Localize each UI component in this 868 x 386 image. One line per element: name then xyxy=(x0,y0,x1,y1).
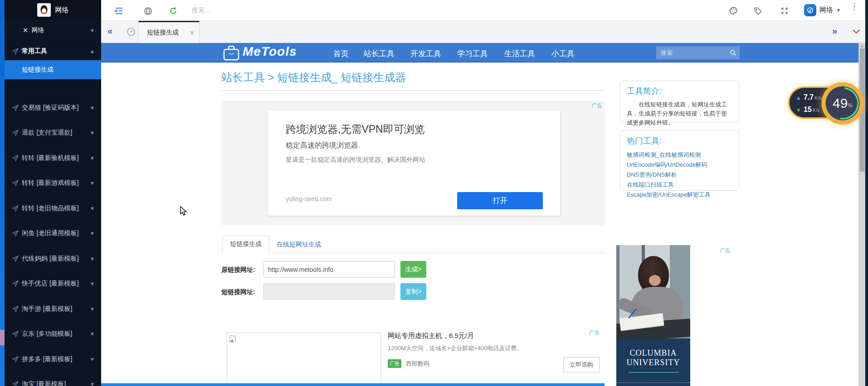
sidebar-item-short-link-active[interactable]: 短链接生成 xyxy=(5,60,101,79)
chevron-down-icon[interactable]: ▼ xyxy=(90,105,95,111)
bottom-ad-image-placeholder[interactable] xyxy=(227,333,381,386)
breadcrumb: 站长工具 > 短链接生成_ 短链接生成器 xyxy=(221,70,406,85)
browser-search-input[interactable]: 搜索... xyxy=(192,6,210,14)
sidebar-item-pinduoduo[interactable]: 拼多多 [最新模板]▼ xyxy=(5,347,101,372)
sidebar-item-jingdong[interactable]: 京东 [多功能模板]▼ xyxy=(5,322,101,347)
qq-item-list: 交易猫 [验证码版本]▼ 退款 [支付宝退款]▼ 转转 [最新验机模板]▼ 转转… xyxy=(5,95,101,386)
chevron-down-icon[interactable]: ▼ xyxy=(90,28,95,33)
source-url-input[interactable] xyxy=(263,261,395,278)
top-ad-container[interactable]: 广告 跨境浏览器,无需VPN即可浏览 稳定高速的跨境浏览器. 星速是一款稳定高速… xyxy=(221,101,605,225)
tool-intro-panel: 工具简介: 在线短链接生成器，短网址生成工具，生成易于分享的短链接，也易于形成更… xyxy=(620,81,739,122)
bottom-ad-title[interactable]: 网站专用虚拟主机，6.5元/月 xyxy=(388,332,474,340)
sidebar-item-zhuanzhuan-laojiu[interactable]: 转转 [老旧物品模板]▼ xyxy=(5,196,101,221)
menu-dots-icon[interactable]: ⋮ xyxy=(850,5,857,9)
sidebar-item-zhuanzhuan-youxi[interactable]: 转转 [最新游戏模板]▼ xyxy=(5,171,101,196)
fullscreen-icon[interactable] xyxy=(780,6,790,16)
sidebar-toggle-icon[interactable] xyxy=(114,6,124,16)
item-label: 拼多多 [最新模板] xyxy=(22,355,73,363)
close-group-icon[interactable]: ✕ xyxy=(23,27,28,34)
browser-profile[interactable]: 网络 ▼ xyxy=(804,4,841,16)
chevron-down-icon[interactable]: ▼ xyxy=(90,281,95,286)
upload-speed-value: 7.7 xyxy=(804,93,814,101)
qq-section-common-tools[interactable]: 常用工具 ▲ xyxy=(5,43,101,60)
sidebar-item-kuaishouyoudian[interactable]: 快手优店 [最新模板]▼ xyxy=(5,271,101,297)
site-search-input[interactable] xyxy=(661,49,724,56)
tabs-scroll-left-icon[interactable]: « xyxy=(107,26,112,36)
chevron-down-icon[interactable]: ▼ xyxy=(90,180,95,186)
paper-plane-icon xyxy=(12,129,19,136)
chevron-down-icon[interactable]: ▼ xyxy=(90,306,95,312)
hot-tools-panel: 热门工具: 敏感词检测_在线敏感词检测 UrlEncode编码/UrlDecod… xyxy=(620,130,739,191)
hot-link-sensitive-words[interactable]: 敏感词检测_在线敏感词检测 xyxy=(627,150,732,160)
paper-plane-icon xyxy=(12,205,19,212)
ad-open-button[interactable]: 打开 xyxy=(457,192,543,209)
hot-link-dns[interactable]: DNS查询/DNS解析 xyxy=(627,170,732,180)
active-item-label: 短链接生成 xyxy=(22,66,54,74)
tool-intro-body: 在线短链接生成器，短网址生成工具，生成易于分享的短链接，也易于形成更多网站外链。 xyxy=(627,100,732,127)
sidebar-item-tuikuan[interactable]: 退款 [支付宝退款]▼ xyxy=(5,121,101,146)
buy-now-button[interactable]: 立即选购 xyxy=(563,357,600,372)
browser-toolbar: 搜索... 网络 ▼ ⋮ xyxy=(101,0,865,21)
copy-button[interactable]: 复制> xyxy=(400,283,426,300)
site-header: MeTools 首页 站长工具 开发工具 学习工具 生活工具 小工具 xyxy=(101,43,858,63)
ad-title: 跨境浏览器,无需VPN即可浏览 xyxy=(286,122,425,136)
sidebar-item-dailianmama[interactable]: 代练妈妈 [最新模板]▼ xyxy=(5,246,101,271)
hot-link-urlencode[interactable]: UrlEncode编码/UrlDecode解码 xyxy=(627,160,732,170)
nav-study-tools[interactable]: 学习工具 xyxy=(457,48,488,59)
tabs-scroll-right-icon[interactable]: » xyxy=(832,26,837,36)
ad-label[interactable]: 广告 xyxy=(591,102,602,110)
ad-label[interactable]: 广告 xyxy=(589,329,600,337)
tag-icon[interactable] xyxy=(753,6,763,16)
metools-logo-icon[interactable] xyxy=(222,45,240,63)
chevron-down-icon[interactable]: ▼ xyxy=(90,331,95,337)
chevron-up-icon[interactable]: ▲ xyxy=(90,48,95,54)
nav-small-tools[interactable]: 小工具 xyxy=(551,48,575,59)
nav-home[interactable]: 首页 xyxy=(333,48,349,59)
columbia-university-ad[interactable]: COLUMBIA UNIVERSITY xyxy=(616,245,690,386)
top-ad-card[interactable]: 跨境浏览器,无需VPN即可浏览 稳定高速的跨境浏览器. 星速是一款稳定高速的跨境… xyxy=(268,110,560,216)
site-search-box[interactable] xyxy=(656,46,740,59)
chevron-down-icon[interactable]: ▼ xyxy=(90,206,95,211)
sidebar-item-zhuanzhuan-yanji[interactable]: 转转 [最新验机模板]▼ xyxy=(5,145,101,171)
arrow-up-icon: ▲ xyxy=(796,95,801,101)
acceleration-gauge-widget[interactable]: 49 % xyxy=(820,81,865,126)
qq-group-row[interactable]: ✕ 网络 ▼ xyxy=(5,22,101,39)
sidebar-item-taoshouyou[interactable]: 淘手游 [最新模板]▼ xyxy=(5,296,101,322)
chevron-down-icon[interactable]: ▼ xyxy=(90,381,95,386)
short-url-output[interactable] xyxy=(263,283,395,300)
qq-avatar xyxy=(37,3,51,17)
generate-button[interactable]: 生成> xyxy=(400,261,426,278)
arrow-down-icon: ▼ xyxy=(796,107,801,113)
sidebar-item-jiaoyimao[interactable]: 交易猫 [验证码版本]▼ xyxy=(5,95,101,121)
sidebar-item-xianyu[interactable]: 闲鱼 [老旧通用模板]▼ xyxy=(5,221,101,246)
ad-source-url: yuling-seed.com xyxy=(286,195,332,203)
globe-icon[interactable] xyxy=(143,6,153,16)
tab-online-short-url[interactable]: 在线短网址生成 xyxy=(277,241,321,249)
scrollbar-up-arrow[interactable]: ▲ xyxy=(859,44,865,48)
sidebar-item-taobao[interactable]: 淘宝 [最新模板]▼ xyxy=(5,372,101,386)
tab-close-icon[interactable]: ✕ xyxy=(190,29,195,36)
download-speed-value: 15 xyxy=(804,106,812,114)
nav-webmaster-tools[interactable]: 站长工具 xyxy=(364,48,395,59)
chevron-down-icon[interactable]: ▼ xyxy=(90,155,95,161)
photo-figure xyxy=(649,275,661,286)
dashboard-icon[interactable] xyxy=(126,27,136,39)
hot-link-escape[interactable]: Escape加密/UnEscape解密工具 xyxy=(627,190,732,200)
tab-short-link-generate[interactable]: 短链接生成 xyxy=(222,236,269,253)
search-icon[interactable] xyxy=(730,49,736,56)
theme-palette-icon[interactable] xyxy=(728,6,738,16)
desktop-edge-left xyxy=(0,0,5,386)
hot-link-port-scan[interactable]: 在线端口扫描工具 xyxy=(627,180,732,190)
collapse-toolbar-icon[interactable] xyxy=(852,28,860,36)
chevron-down-icon[interactable]: ▼ xyxy=(90,357,95,362)
chevron-down-icon[interactable]: ▼ xyxy=(90,256,95,261)
metools-logo-text[interactable]: MeTools xyxy=(243,44,297,59)
refresh-icon[interactable] xyxy=(168,6,178,16)
nav-dev-tools[interactable]: 开发工具 xyxy=(410,48,441,59)
nav-life-tools[interactable]: 生活工具 xyxy=(504,48,535,59)
tab-short-link[interactable]: 短链接生成 ✕ xyxy=(138,21,200,43)
ad-label[interactable]: 广告 xyxy=(720,247,731,255)
item-label: 退款 [支付宝退款] xyxy=(22,129,73,137)
chevron-down-icon[interactable]: ▼ xyxy=(90,231,95,236)
chevron-down-icon[interactable]: ▼ xyxy=(90,130,95,135)
